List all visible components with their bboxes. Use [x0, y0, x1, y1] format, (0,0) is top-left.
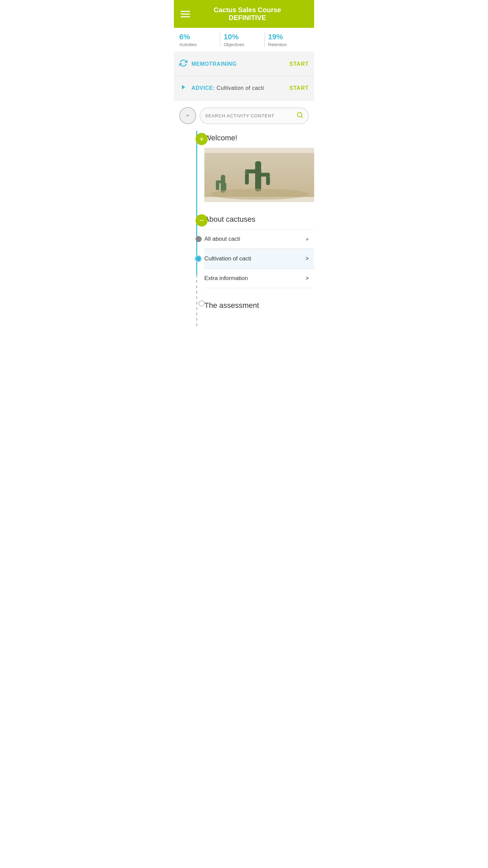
- extra-info-label: Extra information: [204, 275, 306, 282]
- search-input[interactable]: [205, 113, 297, 118]
- retention-label: Retention: [268, 42, 305, 47]
- all-about-cacti-arrow: »: [306, 236, 309, 242]
- activities-percent: 6%: [179, 33, 217, 41]
- cultivation-node: [195, 255, 202, 262]
- about-cactuses-section: − About cactuses All about cacti »: [179, 205, 314, 292]
- cultivation-arrow: >: [306, 256, 309, 262]
- timeline: + Welcome!: [174, 131, 314, 329]
- objectives-label: Objectives: [224, 42, 261, 47]
- svg-rect-17: [223, 183, 226, 191]
- assessment-title: The assessment: [204, 298, 314, 315]
- svg-point-18: [210, 189, 309, 200]
- stats-bar: 6% Activities 10% Objectives 19% Retenti…: [174, 28, 314, 52]
- retention-percent: 19%: [268, 33, 305, 41]
- welcome-title: Welcome!: [204, 131, 314, 148]
- objectives-percent: 10%: [224, 33, 261, 41]
- cultivation-row-wrapper: Cultivation of cacti >: [204, 249, 314, 269]
- extra-info-item[interactable]: Extra information >: [204, 269, 314, 288]
- search-row: [174, 107, 314, 131]
- welcome-section: + Welcome!: [179, 131, 314, 205]
- memotraining-row[interactable]: MEMOTRAINING START: [174, 52, 314, 76]
- assessment-node: [199, 300, 205, 307]
- all-about-cacti-node: [196, 236, 202, 242]
- advice-label: ADVICE: Cultivation of cacti: [191, 85, 289, 91]
- cactus-image: [204, 148, 314, 202]
- page-title: Cactus Sales Course DEFINITIVE: [197, 6, 307, 22]
- welcome-expand-button[interactable]: +: [196, 133, 208, 145]
- hamburger-menu-button[interactable]: [181, 11, 190, 17]
- search-box: [200, 107, 309, 124]
- svg-rect-7: [257, 173, 270, 177]
- svg-rect-16: [216, 180, 219, 190]
- welcome-node[interactable]: +: [196, 133, 208, 145]
- content-area: + Welcome!: [174, 100, 314, 329]
- arrow-right-icon: [179, 83, 187, 93]
- search-icon[interactable]: [297, 112, 303, 120]
- stat-retention: 19% Retention: [265, 33, 309, 47]
- about-cactuses-node[interactable]: −: [196, 214, 208, 226]
- cultivation-label: Cultivation of cacti: [204, 255, 306, 262]
- cultivation-item[interactable]: Cultivation of cacti >: [204, 249, 314, 269]
- all-about-cacti-row-wrapper: All about cacti »: [204, 229, 314, 249]
- about-cactuses-expand-button[interactable]: −: [196, 214, 208, 226]
- advice-row[interactable]: ADVICE: Cultivation of cacti START: [174, 76, 314, 100]
- svg-rect-5: [245, 170, 259, 173]
- memotraining-start-button[interactable]: START: [289, 61, 309, 67]
- collapse-button[interactable]: [179, 107, 196, 124]
- extra-info-row-wrapper: Extra information >: [204, 269, 314, 288]
- stat-objectives: 10% Objectives: [220, 33, 265, 47]
- memotraining-label: MEMOTRAINING: [191, 61, 289, 67]
- about-cactuses-list: All about cacti » Cultivation of cacti >: [204, 229, 314, 288]
- refresh-icon: [179, 59, 187, 69]
- assessment-section: The assessment: [179, 292, 314, 329]
- stat-activities: 6% Activities: [179, 33, 220, 47]
- header: Cactus Sales Course DEFINITIVE: [174, 0, 314, 28]
- svg-line-1: [301, 116, 303, 117]
- extra-info-arrow: >: [306, 275, 309, 281]
- advice-start-button[interactable]: START: [289, 85, 309, 91]
- all-about-cacti-item[interactable]: All about cacti »: [204, 229, 314, 249]
- about-cactuses-title: About cactuses: [204, 212, 314, 229]
- all-about-cacti-label: All about cacti: [204, 236, 306, 242]
- activities-label: Activities: [179, 42, 217, 47]
